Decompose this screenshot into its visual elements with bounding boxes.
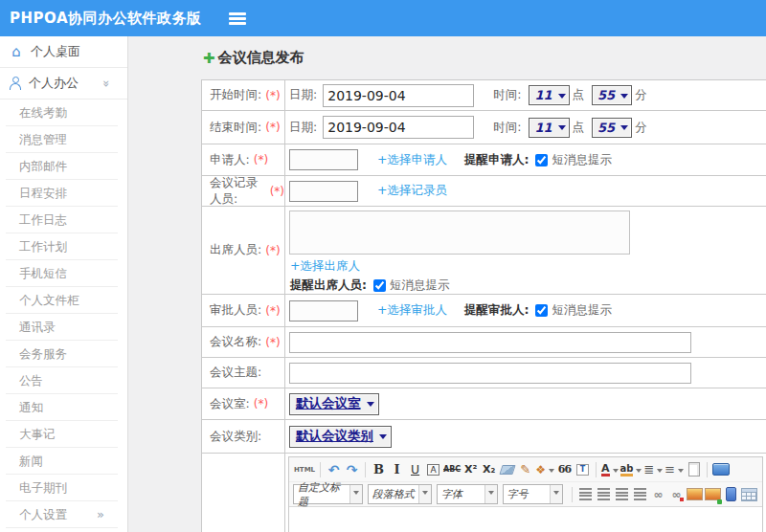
- toolbar-separator: [320, 462, 321, 477]
- meeting-room-select[interactable]: 默认会议室: [289, 393, 379, 415]
- paragraph-format-select[interactable]: 段落格式: [368, 484, 432, 504]
- required-mark: (*): [254, 397, 268, 410]
- sidebar-item-work-log[interactable]: 工作日志: [6, 207, 118, 233]
- bars-icon: [579, 488, 592, 500]
- dropdown-arrow-icon: [620, 125, 628, 134]
- fullscreen-icon[interactable]: [712, 459, 730, 479]
- table-icon[interactable]: [741, 484, 757, 504]
- unordered-list-button[interactable]: ≡: [665, 459, 684, 479]
- sidebar-item-work-plan[interactable]: 工作计划: [6, 233, 118, 260]
- sidebar-item-personal-office[interactable]: 个人办公 »: [0, 68, 127, 100]
- sidebar-item-personal-settings[interactable]: 个人设置 »: [6, 501, 118, 528]
- approver-input[interactable]: [289, 300, 358, 321]
- date-label: 日期:: [289, 120, 317, 136]
- insert-image-icon[interactable]: [705, 484, 721, 504]
- editor-content-area[interactable]: [289, 507, 762, 532]
- strikethrough-button[interactable]: ABC: [443, 459, 461, 479]
- format-painter-icon[interactable]: ❖: [535, 459, 554, 479]
- remind-applicant-checkbox[interactable]: [535, 154, 548, 166]
- end-date-input[interactable]: [323, 116, 474, 139]
- media-icon[interactable]: [723, 484, 739, 504]
- start-hour-select[interactable]: 11: [529, 85, 569, 105]
- sidebar-item-personal-desktop[interactable]: ⌂ 个人桌面: [0, 36, 127, 68]
- sidebar-item-message-management[interactable]: 消息管理: [6, 126, 118, 153]
- hour-unit: 点: [573, 120, 585, 136]
- field-label: 会议记录人员:: [210, 175, 266, 208]
- bars-icon: [597, 488, 610, 500]
- sidebar-item-memorabilia[interactable]: 大事记: [6, 421, 118, 448]
- sidebar-item-news[interactable]: 新闻: [6, 448, 118, 475]
- undo-icon[interactable]: ↶: [326, 459, 342, 479]
- underline-button[interactable]: U: [407, 459, 423, 479]
- sidebar-item-notice[interactable]: 通知: [6, 394, 118, 421]
- menu-icon[interactable]: [229, 12, 246, 25]
- dropdown-arrow-icon: [553, 491, 559, 498]
- superscript-button[interactable]: X²: [462, 459, 479, 479]
- redo-icon[interactable]: ↷: [344, 459, 360, 479]
- sidebar-item-online-attendance[interactable]: 在线考勤: [6, 100, 118, 126]
- link-icon[interactable]: ∞: [650, 484, 666, 504]
- align-center-icon[interactable]: [596, 484, 612, 504]
- remind-approver-checkbox[interactable]: [535, 304, 548, 317]
- paste-plain-text-icon[interactable]: T: [574, 459, 591, 479]
- meeting-name-input[interactable]: [289, 332, 691, 353]
- blank-page-icon[interactable]: [686, 459, 702, 479]
- align-right-icon[interactable]: [614, 484, 630, 504]
- char-border-button[interactable]: A: [425, 459, 441, 479]
- sidebar-item-mobile-sms[interactable]: 手机短信: [6, 260, 118, 287]
- sidebar-item-contacts[interactable]: 通讯录: [6, 314, 118, 341]
- remind-applicant-label: 提醒申请人:: [464, 152, 529, 168]
- italic-button[interactable]: I: [389, 459, 405, 479]
- choose-attendees-link[interactable]: +选择出席人: [290, 258, 360, 275]
- sidebar-item-supervision[interactable]: ⇄ 督查督办 »: [0, 528, 127, 532]
- page-title-text: 会议信息发布: [218, 49, 304, 67]
- format-brush-icon[interactable]: ✎: [517, 459, 533, 479]
- end-minute-select[interactable]: 55: [592, 118, 632, 138]
- ordered-list-button[interactable]: ≣: [643, 459, 663, 479]
- attendees-textarea[interactable]: [289, 211, 630, 255]
- sidebar-item-announcement[interactable]: 公告: [6, 367, 118, 394]
- required-mark: (*): [270, 185, 284, 198]
- align-left-icon[interactable]: [577, 484, 594, 504]
- sidebar-item-label: 个人桌面: [31, 43, 80, 60]
- meeting-category-select[interactable]: 默认会议类别: [289, 426, 392, 448]
- choose-recorder-link[interactable]: +选择记录员: [377, 183, 447, 199]
- recorder-input[interactable]: [289, 181, 358, 202]
- html-source-button[interactable]: HTML: [294, 459, 315, 479]
- picture-icon: [687, 488, 703, 500]
- required-mark: (*): [265, 244, 280, 257]
- end-hour-select[interactable]: 11: [529, 118, 569, 138]
- sidebar-item-internal-mail[interactable]: 内部邮件: [6, 153, 118, 180]
- font-family-select[interactable]: 字体: [437, 484, 498, 504]
- image-icon[interactable]: [687, 484, 703, 504]
- required-mark: (*): [265, 304, 280, 318]
- start-minute-select[interactable]: 55: [592, 85, 632, 105]
- sidebar-item-schedule[interactable]: 日程安排: [6, 180, 118, 207]
- field-label: 会议名称:: [210, 334, 261, 350]
- bold-button[interactable]: B: [371, 459, 387, 479]
- dropdown-arrow-icon: [379, 434, 387, 443]
- font-size-select[interactable]: 字号: [503, 484, 564, 504]
- chevron-down-icon: »: [101, 79, 115, 87]
- blockquote-button[interactable]: 66: [556, 459, 573, 479]
- sidebar-item-meeting-service[interactable]: 会务服务: [6, 341, 118, 367]
- choose-applicant-link[interactable]: +选择申请人: [377, 152, 447, 168]
- remind-attendees-checkbox[interactable]: [373, 279, 386, 292]
- remove-mark-icon: [680, 498, 684, 501]
- field-label: 会议室:: [210, 396, 250, 412]
- start-date-input[interactable]: [323, 84, 474, 107]
- sidebar-item-e-journal[interactable]: 电子期刊: [6, 475, 118, 501]
- heading-style-select[interactable]: 自定义标题: [293, 484, 363, 504]
- unlink-icon[interactable]: ∞: [668, 484, 685, 504]
- applicant-input[interactable]: [289, 149, 358, 170]
- choose-approver-link[interactable]: +选择审批人: [377, 302, 447, 319]
- remove-format-icon[interactable]: [499, 459, 515, 479]
- subscript-button[interactable]: X₂: [481, 459, 497, 479]
- meeting-subject-input[interactable]: [289, 363, 691, 384]
- highlight-color-button[interactable]: ab: [620, 459, 642, 479]
- font-color-button[interactable]: A: [601, 459, 619, 479]
- page-icon: [688, 462, 700, 477]
- sidebar-item-personal-file-cabinet[interactable]: 个人文件柜: [6, 287, 118, 314]
- justify-icon[interactable]: [632, 484, 648, 504]
- dropdown-arrow-icon: [488, 491, 494, 498]
